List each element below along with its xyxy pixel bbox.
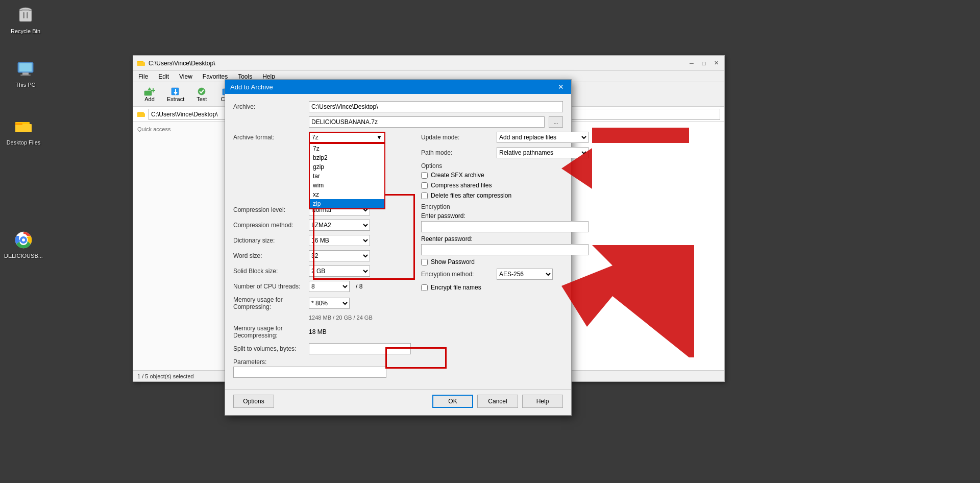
split-row: Split to volumes, bytes: xyxy=(233,343,411,354)
parameters-label: Parameters: xyxy=(233,358,305,366)
status-text: 1 / 5 object(s) selected xyxy=(137,373,194,379)
update-mode-label: Update mode: xyxy=(421,134,493,141)
split-input[interactable] xyxy=(309,343,411,354)
svg-rect-4 xyxy=(27,12,28,18)
add-icon xyxy=(144,87,155,96)
toolbar-test-btn[interactable]: Test xyxy=(189,85,214,104)
ok-button[interactable]: OK xyxy=(432,395,473,408)
encryption-method-label: Encryption method: xyxy=(421,271,493,278)
format-option-7z[interactable]: 7z xyxy=(310,144,384,153)
format-option-zip[interactable]: zip xyxy=(310,199,384,208)
reenter-password-input[interactable] xyxy=(421,244,589,255)
update-mode-row: Update mode: Add and replace files xyxy=(421,132,589,143)
enter-password-input[interactable] xyxy=(421,221,589,232)
encryption-method-select[interactable]: AES-256 xyxy=(497,269,553,280)
delete-after-checkbox[interactable] xyxy=(421,192,428,199)
memory-decompress-row: Memory usage for Decompressing: 18 MB xyxy=(233,325,411,339)
solid-block-select[interactable]: 2 GB xyxy=(309,265,370,277)
maximize-btn[interactable]: □ xyxy=(700,59,708,67)
menu-edit[interactable]: Edit xyxy=(156,72,171,81)
dialog-title: Add to Archive xyxy=(230,83,273,91)
reenter-password-row: Reenter password: xyxy=(421,235,589,258)
format-row: Archive format: 7z ▼ 7z bzip2 gzip tar w… xyxy=(233,132,411,143)
svg-rect-9 xyxy=(20,75,31,76)
svg-rect-18 xyxy=(137,62,145,66)
word-size-select[interactable]: 32 xyxy=(309,250,370,261)
desktop-files-label: Desktop Files xyxy=(7,139,41,146)
create-sfx-checkbox[interactable] xyxy=(421,172,428,179)
dictionary-size-row: Dictionary size: 16 MB xyxy=(233,235,411,246)
extract-icon xyxy=(170,87,181,96)
parameters-input[interactable] xyxy=(233,367,386,378)
show-password-row: Show Password xyxy=(421,258,589,265)
this-pc-icon[interactable]: This PC xyxy=(5,59,46,88)
format-option-bzip2[interactable]: bzip2 xyxy=(310,153,384,162)
dialog-titlebar: Add to Archive ✕ xyxy=(225,80,571,94)
format-value: 7z xyxy=(312,134,318,141)
format-option-wim[interactable]: wim xyxy=(310,181,384,190)
toolbar-add-label: Add xyxy=(144,96,155,102)
svg-point-26 xyxy=(198,88,205,95)
recycle-bin-icon[interactable]: Recycle Bin xyxy=(5,5,46,35)
compression-method-label: Compression method: xyxy=(233,222,305,229)
options-button[interactable]: Options xyxy=(233,395,274,408)
svg-marker-20 xyxy=(148,87,152,90)
chrome-label: DELICIOUSB... xyxy=(4,252,43,259)
svg-rect-5 xyxy=(22,9,29,11)
archive-path-row: Archive: xyxy=(233,101,563,112)
memory-decompress-label: Memory usage for Decompressing: xyxy=(233,325,305,339)
toolbar-add-btn[interactable]: Add xyxy=(137,85,162,104)
show-password-checkbox[interactable] xyxy=(421,259,428,265)
update-mode-select[interactable]: Add and replace files xyxy=(497,132,589,143)
menu-file[interactable]: File xyxy=(136,72,150,81)
encrypt-names-row: Encrypt file names xyxy=(421,284,589,291)
dictionary-size-select[interactable]: 16 MB xyxy=(309,235,370,246)
explorer-sidebar: Quick access xyxy=(133,122,225,381)
cancel-button[interactable]: Cancel xyxy=(477,395,518,408)
compression-method-select[interactable]: LZMA2 xyxy=(309,220,370,231)
options-title: Options xyxy=(421,162,589,170)
toolbar-test-label: Test xyxy=(197,96,207,102)
archive-name-row: ... xyxy=(233,116,563,128)
close-btn[interactable]: ✕ xyxy=(712,59,720,67)
format-option-gzip[interactable]: gzip xyxy=(310,162,384,172)
format-label: Archive format: xyxy=(233,134,305,141)
archive-name-input[interactable] xyxy=(309,116,545,128)
browse-btn[interactable]: ... xyxy=(549,116,563,128)
toolbar-extract-btn[interactable]: Extract xyxy=(163,85,188,104)
path-mode-select[interactable]: Relative pathnames xyxy=(497,147,589,158)
solid-block-row: Solid Block size: 2 GB xyxy=(233,265,411,277)
memory-compress-row: Memory usage for Compressing: * 80% 1248… xyxy=(233,296,411,321)
encryption-section: Encryption Enter password: Reenter passw… xyxy=(421,203,589,291)
enter-password-row: Enter password: xyxy=(421,212,589,235)
test-icon xyxy=(196,87,207,96)
chrome-icon[interactable]: DELICIOUSB... xyxy=(3,230,44,259)
enter-password-label: Enter password: xyxy=(421,212,589,220)
format-option-tar[interactable]: tar xyxy=(310,172,384,181)
cpu-threads-select[interactable]: 8 xyxy=(309,281,350,292)
explorer-app-icon xyxy=(137,60,145,67)
encrypt-names-checkbox[interactable] xyxy=(421,284,428,291)
svg-rect-8 xyxy=(22,73,29,75)
format-option-xz[interactable]: xz xyxy=(310,190,384,199)
recycle-bin-label: Recycle Bin xyxy=(11,28,40,35)
cpu-threads-label: Number of CPU threads: xyxy=(233,283,305,290)
options-section: Options Create SFX archive Compress shar… xyxy=(421,162,589,199)
archive-path-input[interactable] xyxy=(309,101,563,112)
format-selected[interactable]: 7z ▼ xyxy=(309,132,385,143)
path-mode-label: Path mode: xyxy=(421,149,493,156)
svg-rect-34 xyxy=(137,113,145,117)
format-dropdown-container[interactable]: 7z ▼ 7z bzip2 gzip tar wim xz zip xyxy=(309,132,385,143)
minimize-btn[interactable]: ─ xyxy=(688,59,696,67)
menu-view[interactable]: View xyxy=(177,72,194,81)
compress-shared-label: Compress shared files xyxy=(431,182,492,189)
toolbar-extract-label: Extract xyxy=(167,96,184,102)
dialog-close-btn[interactable]: ✕ xyxy=(556,82,566,92)
svg-rect-3 xyxy=(23,12,24,18)
encryption-title: Encryption xyxy=(421,203,589,210)
help-button[interactable]: Help xyxy=(522,395,563,408)
compress-shared-checkbox[interactable] xyxy=(421,182,428,189)
explorer-title: C:\Users\Vince\Desktop\ xyxy=(149,60,215,67)
memory-compress-select[interactable]: * 80% xyxy=(309,298,350,309)
desktop-files-icon[interactable]: Desktop Files xyxy=(3,116,44,146)
